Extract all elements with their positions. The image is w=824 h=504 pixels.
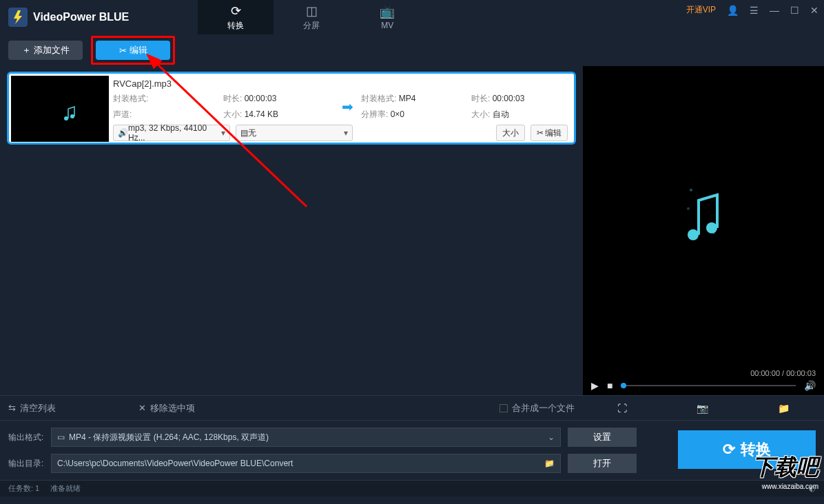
vip-link[interactable]: 开通VIP: [686, 4, 716, 16]
tv-icon: 📺: [380, 4, 395, 19]
audio-format-select[interactable]: 🔊 mp3, 32 Kbps, 44100 Hz...: [113, 125, 230, 141]
src-audio-label: 声道:: [113, 109, 132, 119]
remove-selected-button[interactable]: ✕ 移除选中项: [138, 402, 195, 414]
status-right-icon[interactable]: ◐: [809, 484, 816, 493]
item-edit-button[interactable]: ✂ 编辑: [531, 125, 568, 141]
format-icon: ▭: [57, 432, 65, 442]
clear-icon: ⇆: [8, 403, 16, 413]
output-format-select[interactable]: ▭ MP4 - 保持源视频设置 (H.264; AAC, 128Kbps, 双声…: [51, 428, 561, 447]
svg-point-6: [687, 207, 690, 210]
scissors-icon: ✂: [119, 45, 127, 56]
folder-icon[interactable]: 📁: [778, 403, 790, 414]
split-icon: ◫: [306, 3, 318, 19]
plus-icon: ＋: [22, 44, 31, 56]
play-icon[interactable]: ▶: [591, 380, 599, 391]
size-button[interactable]: 大小: [496, 125, 525, 141]
settings-button[interactable]: 设置: [568, 428, 637, 447]
user-icon[interactable]: 👤: [727, 5, 739, 16]
media-thumbnail: [11, 76, 109, 142]
media-filename: RVCap[2].mp3: [113, 78, 568, 89]
svg-point-4: [690, 189, 692, 191]
edit-button-highlight: ✂ 编辑: [91, 36, 175, 65]
app-title: VideoPower BLUE: [33, 11, 129, 23]
maximize-icon[interactable]: ☐: [790, 5, 799, 16]
output-dir-input[interactable]: C:\Users\pc\Documents\VideoPower\VideoPo…: [51, 454, 561, 473]
output-dir-label: 输出目录:: [8, 458, 44, 470]
stop-icon[interactable]: ■: [607, 380, 612, 391]
arrow-right-icon: ➡: [333, 93, 361, 120]
svg-point-2: [64, 116, 68, 120]
crop-icon[interactable]: ⛶: [617, 403, 627, 414]
svg-point-8: [688, 229, 699, 240]
subtitle-select[interactable]: ▤ 无: [236, 125, 353, 141]
volume-icon[interactable]: 🔊: [804, 380, 816, 391]
refresh-icon: ⟳: [723, 441, 735, 459]
merge-label: 合并成一个文件: [512, 402, 575, 414]
tab-convert[interactable]: ⟳ 转换: [198, 0, 274, 34]
preview-viewport: [583, 66, 824, 365]
preview-time: 00:00:00 / 00:00:03: [591, 369, 816, 377]
edit-button[interactable]: ✂ 编辑: [96, 41, 170, 60]
svg-point-9: [706, 222, 717, 233]
tab-split[interactable]: ◫ 分屏: [274, 0, 349, 34]
merge-checkbox[interactable]: [499, 404, 508, 412]
scissors-icon: ✂: [537, 128, 544, 138]
clear-list-button[interactable]: ⇆ 清空列表: [8, 402, 56, 414]
menu-icon[interactable]: ☰: [750, 5, 759, 16]
src-format-label: 封装格式:: [113, 94, 148, 103]
remove-icon: ✕: [138, 403, 146, 413]
media-list-panel: RVCap[2].mp3 封装格式: 时长: 00:00:03 ➡ 封装格式: …: [0, 66, 583, 395]
tab-mv[interactable]: 📺 MV: [349, 0, 425, 34]
preview-panel: 00:00:00 / 00:00:03 ▶ ■ 🔊: [583, 66, 824, 395]
browse-icon[interactable]: 📁: [544, 459, 555, 468]
minimize-icon[interactable]: —: [770, 5, 779, 16]
subtitle-icon: ▤: [240, 128, 248, 138]
convert-button[interactable]: ⟳ 转换: [678, 430, 816, 469]
task-count: 任务数: 1: [8, 483, 39, 494]
app-logo-icon: [8, 8, 28, 27]
refresh-icon: ⟳: [231, 3, 241, 19]
media-item[interactable]: RVCap[2].mp3 封装格式: 时长: 00:00:03 ➡ 封装格式: …: [7, 72, 576, 145]
svg-point-3: [70, 114, 74, 118]
output-format-label: 输出格式:: [8, 432, 44, 443]
speaker-icon: 🔊: [118, 128, 128, 138]
status-text: 准备就绪: [50, 483, 81, 494]
snapshot-icon[interactable]: 📷: [697, 403, 708, 414]
open-folder-button[interactable]: 打开: [568, 454, 637, 473]
progress-bar[interactable]: [621, 385, 796, 386]
add-file-button[interactable]: ＋ 添加文件: [8, 41, 83, 60]
close-icon[interactable]: ✕: [810, 5, 818, 16]
